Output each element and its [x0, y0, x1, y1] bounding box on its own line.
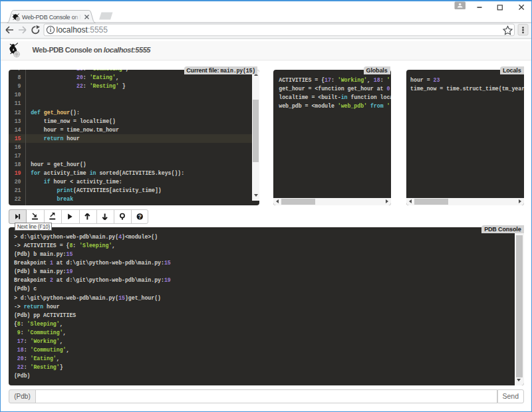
- svg-text:?: ?: [138, 213, 142, 220]
- svg-text:localhost:5555: localhost:5555: [57, 25, 108, 35]
